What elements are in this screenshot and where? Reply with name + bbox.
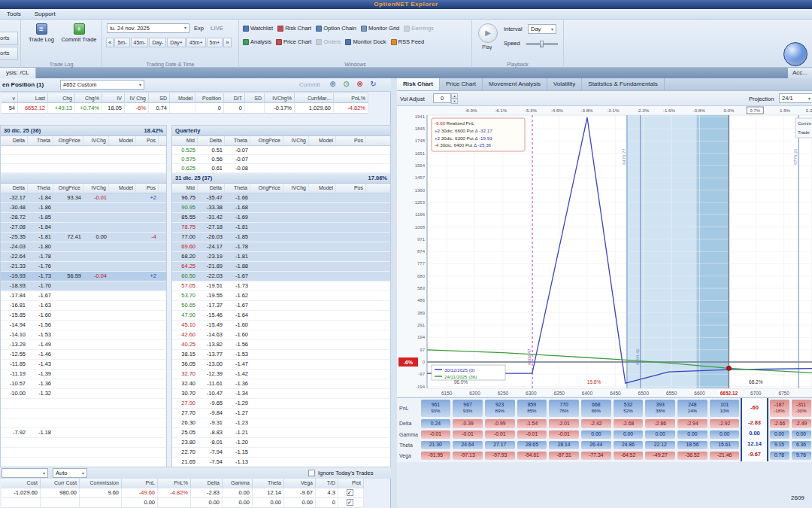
chain-col-header[interactable]: IVChg xyxy=(83,136,109,145)
chain-col-header[interactable]: OrigPrice xyxy=(53,184,83,193)
chain-row[interactable]: -14.94-1.56 xyxy=(1,321,166,330)
chain-col-header[interactable]: IVChg xyxy=(283,184,309,193)
chain-row[interactable]: 0.6250.61-0.08 xyxy=(172,164,390,173)
chain-row[interactable]: 57.05-19.51-1.73 xyxy=(172,281,390,291)
chain-row[interactable]: -27.08-1.84 xyxy=(1,223,166,233)
chain-row[interactable] xyxy=(1,164,166,173)
chain-row[interactable]: -13.29-1.49 xyxy=(1,340,166,350)
summary-col-header[interactable]: PnL% xyxy=(334,93,368,103)
search-plus-icon[interactable]: ⊕ xyxy=(328,80,338,90)
chain-col-header[interactable]: IVChg xyxy=(83,184,109,193)
chain-row[interactable]: 47.90-15.46-1.64 xyxy=(172,311,390,321)
expiry-band[interactable]: 31 dic. 25 (37)17.06% xyxy=(172,173,390,184)
checkbox-checked-icon[interactable]: ✓ xyxy=(347,489,353,496)
chain-row[interactable]: 22.70-7.94-1.15 xyxy=(172,448,390,458)
filter-select[interactable]: ▾ xyxy=(2,468,48,478)
chain-row[interactable]: 50.65-17.37-1.67 xyxy=(172,301,390,311)
ignore-trades-checkbox[interactable] xyxy=(308,470,315,476)
totals-col-header[interactable]: PnL xyxy=(122,479,158,488)
chain-row[interactable]: 64.25-21.89-1.88 xyxy=(172,262,390,272)
summary-col-header[interactable]: Model xyxy=(170,93,195,103)
totals-col-header[interactable]: PnL% xyxy=(158,479,191,488)
chain-col-header[interactable]: Pos xyxy=(136,136,159,145)
nav-Day-minusplus[interactable]: Day+ xyxy=(167,38,186,47)
nav-5m-minus[interactable]: 5m- xyxy=(114,38,129,47)
nav-forward-icon[interactable]: » xyxy=(223,38,231,47)
chain-row[interactable]: -19.93-1.7356.59-0.04+2 xyxy=(1,272,166,281)
chain-row[interactable]: 42.60-14.63-1.60 xyxy=(172,330,390,340)
commit-button[interactable]: Commit xyxy=(299,78,320,91)
totals-col-header[interactable]: Delta xyxy=(191,479,223,488)
chain-row[interactable]: -16.81-1.63 xyxy=(1,301,166,311)
chain-row[interactable]: -11.85-1.43 xyxy=(1,360,166,370)
totals-col-header[interactable]: T/D xyxy=(316,479,338,488)
chain-row[interactable]: 85.55-31.42-1.69 xyxy=(172,213,390,223)
chain-col-header[interactable]: Model xyxy=(309,136,336,145)
expiry-band[interactable] xyxy=(1,173,166,184)
chain-col-header[interactable]: Model xyxy=(109,136,136,145)
chain-col-header[interactable]: Model xyxy=(109,184,136,193)
vol-adjust-input[interactable]: 0 xyxy=(433,93,451,103)
trade-log-button[interactable]: ≡Trade Log xyxy=(23,23,60,43)
summary-col-header[interactable]: IV Chg xyxy=(125,93,149,103)
chain-row[interactable]: 40.25-13.82-1.56 xyxy=(172,340,390,350)
strategy-select[interactable]: #652 Custom ▾ xyxy=(60,80,144,90)
chain-col-header[interactable]: Delta xyxy=(1,136,28,145)
chain-row[interactable]: 27.70-9.84-1.27 xyxy=(172,409,390,418)
chart-icon[interactable]: ⊙ xyxy=(341,80,351,90)
chain-col-header[interactable]: OrigPrice xyxy=(250,136,283,145)
chain-row[interactable]: 0.5250.51-0.07 xyxy=(172,146,390,155)
chain-row[interactable]: -10.00-1.32 xyxy=(1,389,166,399)
auto-select[interactable]: Auto ▾ xyxy=(53,468,87,478)
chain-row[interactable]: 0.5750.56-0.07 xyxy=(172,155,390,164)
tab-statistics-fundamentals[interactable]: Statistics & Fundamentals xyxy=(582,78,664,90)
window-toggle-watchlist[interactable]: Watchlist xyxy=(243,25,273,32)
chain-row[interactable]: 32.40-11.61-1.36 xyxy=(172,379,390,389)
totals-col-header[interactable]: Vega xyxy=(284,479,316,488)
chain-row[interactable]: -30.48-1.86 xyxy=(1,203,166,213)
chain-col-header[interactable]: Delta xyxy=(1,184,28,193)
chain-row[interactable]: 25.05-8.83-1.21 xyxy=(172,428,390,438)
projection-input[interactable]: 24/1 ▾ xyxy=(779,93,812,103)
window-toggle-analysis[interactable]: Analysis xyxy=(243,38,271,45)
speed-slider[interactable] xyxy=(526,43,558,45)
close-icon[interactable]: ⊗ xyxy=(355,80,365,90)
chain-col-header[interactable]: Pos xyxy=(336,136,366,145)
spinner-up-icon[interactable]: ▲ xyxy=(451,93,458,99)
chain-row[interactable]: -22.64-1.78 xyxy=(1,252,166,262)
chain-row[interactable]: -21.33-1.76 xyxy=(1,262,166,272)
chain-row[interactable]: -17.84-1.67 xyxy=(1,291,166,301)
chain-col-header[interactable]: OrigPrice xyxy=(53,136,83,145)
expiry-band[interactable]: 30 dic. 25 (36)18.42% xyxy=(1,126,166,136)
speed-slider-handle[interactable] xyxy=(540,41,544,47)
tab-risk-chart[interactable]: Risk Chart xyxy=(397,78,440,90)
window-toggle-orders[interactable]: Orders xyxy=(316,38,341,45)
menu-tools[interactable]: Tools xyxy=(0,9,28,19)
summary-col-header[interactable]: IV xyxy=(102,93,125,103)
interval-select[interactable]: Day ▾ xyxy=(528,24,556,34)
chain-row[interactable]: 30.70-10.47-1.34 xyxy=(172,389,390,399)
window-toggle-rss-feed[interactable]: RSS Feed xyxy=(391,38,425,45)
chain-col-header[interactable]: Theta xyxy=(28,136,53,145)
totals-col-header[interactable]: Gamma xyxy=(223,479,253,488)
chain-row[interactable]: 68.20-23.19-1.81 xyxy=(172,252,390,262)
summary-col-header[interactable]: Last xyxy=(18,93,48,103)
chain-row[interactable] xyxy=(1,399,166,409)
chain-row[interactable] xyxy=(1,418,166,428)
chain-col-header[interactable]: OrigPrice xyxy=(250,184,283,193)
chain-col-header[interactable]: Theta xyxy=(28,184,53,193)
totals-col-header[interactable]: Curr Cost xyxy=(41,479,80,488)
summary-col-header[interactable]: SD xyxy=(149,93,170,103)
nav-45m-minusplus[interactable]: 45m+ xyxy=(186,38,206,47)
chain-col-header[interactable]: Theta xyxy=(225,184,250,193)
chain-row[interactable]: -32.17-1.8493.34-0.01+2 xyxy=(1,193,166,203)
tab-price-chart[interactable]: Price Chart xyxy=(440,78,483,90)
plot-checkbox-cell[interactable]: ✓ xyxy=(338,498,364,508)
chain-row[interactable]: -18.93-1.70 xyxy=(1,281,166,291)
chain-row[interactable]: 60.50-22.03-1.67 xyxy=(172,272,390,281)
tab-volatility[interactable]: Volatility xyxy=(547,78,582,90)
totals-col-header[interactable]: Theta xyxy=(253,479,284,488)
chain-row[interactable]: -11.19-1.39 xyxy=(1,370,166,379)
commit-trade-button[interactable]: +Commit Trade xyxy=(60,23,98,43)
checkbox-checked-icon[interactable]: ✓ xyxy=(347,499,353,506)
